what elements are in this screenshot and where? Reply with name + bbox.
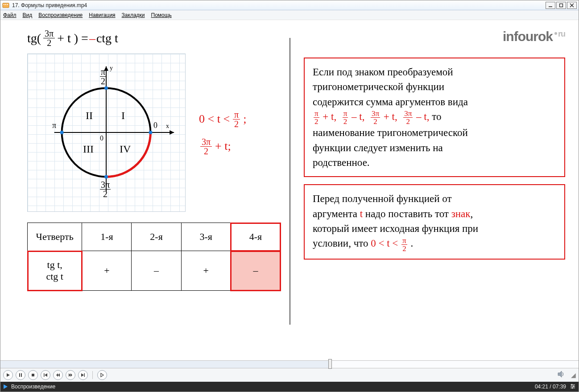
step-back-button[interactable] (53, 370, 63, 380)
play-button[interactable] (3, 370, 13, 380)
svg-rect-21 (44, 373, 45, 377)
close-button[interactable] (567, 2, 577, 9)
menu-bookmarks[interactable]: Закладки (122, 12, 145, 18)
menu-file[interactable]: Файл (3, 12, 17, 18)
seek-bar[interactable] (0, 360, 579, 368)
svg-rect-3 (7, 4, 8, 5)
svg-rect-19 (21, 373, 22, 377)
control-separator (92, 371, 93, 379)
y-axis-label: y (110, 65, 113, 72)
status-play-icon (2, 384, 8, 390)
title-bar: 17. Формулы приведения.mp4 (0, 0, 579, 10)
status-settings-icon[interactable] (570, 383, 576, 391)
svg-rect-5 (560, 4, 563, 7)
quadrant-1-label: I (121, 110, 125, 122)
menu-playback[interactable]: Воспроизведение (38, 12, 83, 18)
main-formula: tg( 3π2 + t ) = – ctg t (27, 29, 281, 47)
side-equations: 0 < t < π2 ; 3π2 + t; (199, 110, 246, 156)
maximize-button[interactable] (556, 2, 566, 9)
menu-bar: Файл Вид Воспроизведение Навигация Закла… (0, 10, 579, 20)
svg-rect-18 (19, 373, 20, 377)
svg-marker-29 (101, 373, 103, 377)
app-icon (2, 2, 9, 9)
seek-handle[interactable] (328, 359, 332, 369)
minimize-button[interactable] (546, 2, 555, 9)
next-track-button[interactable] (78, 370, 88, 380)
svg-marker-24 (58, 373, 60, 377)
menu-help[interactable]: Помощь (151, 12, 172, 18)
svg-marker-23 (56, 373, 58, 377)
table-row: Четверть 1-я 2-я 3-я 4-я (28, 223, 281, 251)
unit-circle-diagram: I II III IV π2 3π2 π 0 0 x y (27, 54, 186, 212)
frame-step-button[interactable] (97, 370, 107, 380)
svg-rect-33 (571, 386, 575, 387)
svg-marker-22 (45, 373, 47, 377)
svg-point-15 (60, 131, 64, 134)
rule-box-2: Перед полученной функцией от аргумента t… (304, 184, 565, 259)
menu-navigation[interactable]: Навигация (89, 12, 115, 18)
sign-table: Четверть 1-я 2-я 3-я 4-я tg t,ctg t + – … (27, 223, 281, 291)
svg-rect-1 (4, 4, 4, 5)
svg-point-14 (104, 175, 108, 178)
table-row: tg t,ctg t + – + – (28, 251, 281, 291)
origin-label: 0 (100, 134, 103, 142)
window-title: 17. Формулы приведения.mp4 (12, 2, 545, 8)
svg-rect-32 (571, 384, 575, 385)
svg-rect-20 (32, 374, 34, 376)
quadrant-3-label: III (83, 143, 94, 155)
svg-marker-30 (558, 371, 562, 377)
prev-track-button[interactable] (41, 370, 50, 380)
quadrant-4-label: IV (120, 143, 131, 155)
svg-rect-36 (573, 385, 574, 387)
status-time: 04:21 / 07:39 (535, 384, 566, 390)
svg-marker-31 (4, 384, 8, 389)
step-fwd-button[interactable] (66, 370, 75, 380)
svg-point-13 (104, 87, 108, 90)
volume-icon[interactable] (558, 371, 566, 380)
x-axis-label: x (166, 123, 169, 130)
svg-rect-35 (571, 384, 572, 386)
svg-rect-28 (84, 373, 85, 377)
svg-marker-26 (70, 373, 72, 377)
axis-left-label: π (52, 121, 56, 130)
menu-view[interactable]: Вид (23, 12, 33, 18)
row-label-cell: tg t,ctg t (28, 251, 82, 291)
axis-top-label: π2 (99, 67, 107, 86)
quadrant-2-label: II (86, 110, 93, 122)
playback-controls: ◢ (0, 368, 579, 382)
rule-box-1: Если под знаком преобразуемой тригономет… (304, 58, 565, 177)
seek-progress (0, 361, 330, 368)
svg-rect-2 (5, 4, 6, 5)
stop-button[interactable] (28, 370, 38, 380)
status-bar: Воспроизведение 04:21 / 07:39 (0, 382, 579, 392)
svg-marker-17 (7, 373, 10, 377)
svg-marker-25 (69, 373, 70, 377)
axis-bottom-label: 3π2 (99, 180, 112, 198)
svg-marker-27 (81, 373, 84, 377)
pause-button[interactable] (16, 370, 25, 380)
status-label: Воспроизведение (11, 384, 55, 390)
svg-rect-37 (572, 387, 573, 389)
video-content: tg( 3π2 + t ) = – ctg t (0, 20, 579, 360)
svg-rect-0 (3, 3, 9, 8)
svg-point-16 (149, 131, 152, 134)
grip-icon: ◢ (571, 371, 576, 379)
svg-marker-9 (170, 130, 174, 135)
axis-right-label: 0 (153, 121, 157, 130)
infourok-logo: infourokru (503, 29, 565, 44)
